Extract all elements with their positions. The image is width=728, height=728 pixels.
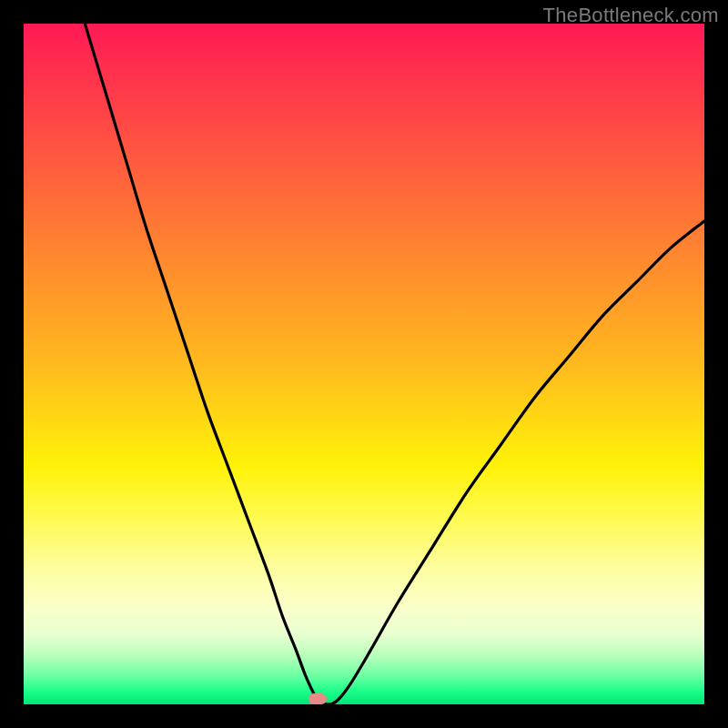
bottleneck-curve <box>24 24 704 704</box>
chart-frame: TheBottleneck.com <box>0 0 728 728</box>
plot-area <box>24 24 704 704</box>
optimal-point-marker <box>308 693 327 704</box>
